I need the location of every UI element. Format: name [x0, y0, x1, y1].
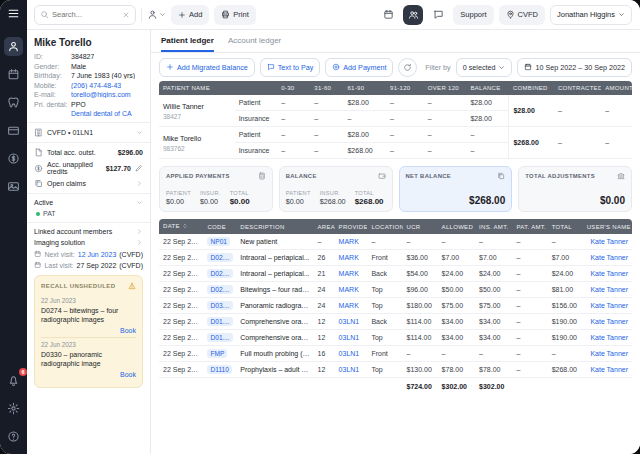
topbar: Add Print Support CVFD Jonathan Higgins	[27, 0, 640, 30]
add-payment-button[interactable]: Add Payment	[325, 58, 393, 77]
calendar-toolbar-button[interactable]	[378, 5, 398, 25]
clear-search-icon[interactable]	[122, 11, 130, 19]
ledger-row[interactable]: 22 Sep 2022 D0274 Bitewings – four radio…	[159, 282, 632, 298]
tab-patient-ledger[interactable]: Patient ledger	[161, 30, 214, 52]
calendar-icon	[34, 250, 41, 258]
print-button[interactable]: Print	[214, 5, 255, 25]
help-icon[interactable]	[4, 427, 23, 446]
location-button[interactable]: CVFD	[499, 5, 545, 25]
ledger-row[interactable]: 22 Sep 2022 FMP Full mouth probing (DO..…	[159, 346, 632, 362]
ledger-row[interactable]: 22 Sep 2022 NP01 New patient – MARK – – …	[159, 234, 632, 250]
procedure-code-chip[interactable]: D0230	[207, 253, 232, 262]
procedure-code-chip[interactable]: NP01	[207, 237, 230, 246]
plus-icon	[166, 63, 174, 71]
col-date[interactable]: DATE	[159, 219, 203, 234]
ledger-row[interactable]: 22 Sep 2022 D0150 Comprehensive oral ev.…	[159, 314, 632, 330]
insurance-plan-link[interactable]: Dental dental of CA	[71, 110, 132, 117]
edit-pencil-icon[interactable]	[135, 164, 143, 172]
procedure-code-chip[interactable]: D0220	[207, 269, 232, 278]
col-pat-amt: PAT. AMT.	[513, 219, 548, 234]
cell-provider[interactable]: 03LN1	[335, 362, 368, 378]
support-button[interactable]: Support	[453, 5, 493, 25]
next-visit-date-link[interactable]: 12 Jun 2023	[78, 251, 117, 258]
cell: $268.00	[343, 143, 386, 159]
mobile-label: Mobile:	[34, 82, 68, 89]
pri-dental-value: PPO	[71, 101, 86, 108]
notifications-bell-icon[interactable]: 6	[4, 371, 23, 390]
tab-account-ledger[interactable]: Account ledger	[228, 30, 281, 52]
insur-col-label: INSUR.	[200, 190, 221, 196]
cell-provider[interactable]: MARK	[335, 298, 368, 314]
cell-provider[interactable]: 03LN1	[335, 330, 368, 346]
patient-selector[interactable]	[147, 9, 166, 20]
app-logo-icon[interactable]	[7, 6, 20, 24]
linked-members-row[interactable]: Linked account members	[34, 228, 143, 235]
ledger-row[interactable]: 22 Sep 2022 D0150 Comprehensive oral ev.…	[159, 330, 632, 346]
cell-user-link[interactable]: Kate Tanner	[583, 314, 632, 330]
cell-provider[interactable]: MARK	[335, 282, 368, 298]
cell-user-link[interactable]: Kate Tanner	[583, 266, 632, 282]
cell-user-link[interactable]: Kate Tanner	[583, 362, 632, 378]
settings-gear-icon[interactable]	[4, 399, 23, 418]
divider	[27, 193, 150, 194]
clinic-row[interactable]: CVFD • 01LN1	[34, 128, 143, 137]
active-section-header[interactable]: Active	[34, 199, 143, 206]
cell-ins-amt: $34.00	[475, 314, 512, 330]
cell-user-link[interactable]: Kate Tanner	[583, 234, 632, 250]
app-window: 6 Add Print	[0, 0, 640, 454]
procedure-code-chip[interactable]: D0274	[207, 285, 232, 294]
add-migrated-balance-button[interactable]: Add Migrated Balance	[159, 58, 255, 77]
open-claims-label: Open claims	[47, 180, 86, 187]
imaging-nav-icon[interactable]	[4, 177, 23, 196]
cell-provider[interactable]: MARK	[335, 250, 368, 266]
procedure-code-chip[interactable]: FMP	[207, 349, 227, 358]
clinical-nav-icon[interactable]	[4, 93, 23, 112]
imaging-solution-row[interactable]: Imaging solution	[34, 239, 143, 246]
ledger-row[interactable]: 22 Sep 2022 D0230 Intraoral – periapical…	[159, 250, 632, 266]
procedure-code-chip[interactable]: D1110	[207, 365, 231, 374]
ledger-row[interactable]: 22 Sep 2022 D0220 Intraoral – periapical…	[159, 266, 632, 282]
ledger-row[interactable]: 22 Sep 2022 D1110 Prophylaxis – adult (D…	[159, 362, 632, 378]
patient-email-link[interactable]: torello@higins.com	[71, 91, 131, 98]
cell-user-link[interactable]: Kate Tanner	[583, 298, 632, 314]
schedule-nav-icon[interactable]	[4, 65, 23, 84]
patient-mobile-link[interactable]: (206) 474-48-43	[71, 82, 121, 89]
cell-user-link[interactable]: Kate Tanner	[583, 330, 632, 346]
procedure-code-chip[interactable]: D0150	[207, 333, 232, 342]
book-link[interactable]: Book	[41, 327, 136, 334]
add-button[interactable]: Add	[171, 5, 209, 25]
search-input[interactable]	[52, 10, 119, 19]
chevron-down-icon	[136, 199, 143, 206]
cell-user-link[interactable]: Kate Tanner	[583, 346, 632, 362]
billing-nav-icon[interactable]	[4, 121, 23, 140]
cell-code: D0220	[203, 266, 236, 282]
cell: –	[310, 143, 343, 159]
cell-user-link[interactable]: Kate Tanner	[583, 250, 632, 266]
patient-birthday: 7 June 1983 (40 yrs)	[71, 72, 135, 79]
cell-provider[interactable]: MARK	[335, 266, 368, 282]
text-to-pay-label: Text to Pay	[278, 63, 314, 72]
chat-toolbar-button[interactable]	[428, 5, 448, 25]
ledger-row[interactable]: 22 Sep 2022 D0330 Panoramic radiograph..…	[159, 298, 632, 314]
user-menu[interactable]: Jonathan Higgins	[550, 5, 632, 25]
cell-code: NP01	[203, 234, 236, 250]
open-claims-row[interactable]: Open claims	[34, 179, 143, 188]
filter-select[interactable]: 0 selected	[456, 58, 513, 77]
procedure-code-chip[interactable]: D0330	[207, 301, 232, 310]
payments-nav-icon[interactable]	[4, 149, 23, 168]
book-link[interactable]: Book	[41, 371, 136, 378]
cell-provider[interactable]: MARK	[335, 234, 368, 250]
next-visit-clinic: (CVFD)	[119, 251, 143, 258]
text-to-pay-button[interactable]: Text to Pay	[260, 58, 321, 77]
search-box[interactable]	[34, 5, 136, 25]
people-toolbar-button[interactable]	[403, 5, 423, 25]
patients-nav-icon[interactable]	[4, 37, 23, 56]
cell-provider[interactable]: 03LN1	[335, 346, 368, 362]
date-range-picker[interactable]: 10 Sep 2022 – 30 Sep 2022	[517, 58, 632, 77]
cell-provider[interactable]: 03LN1	[335, 314, 368, 330]
applied-payments-card: APPLIED PAYMENTS PATIENT$0.00 INSUR.$0.0…	[159, 166, 273, 212]
procedure-code-chip[interactable]: D0150	[207, 317, 232, 326]
cell-user-link[interactable]: Kate Tanner	[583, 282, 632, 298]
aging-patient-name: Willie Tanner	[163, 102, 231, 111]
refresh-button[interactable]	[398, 58, 417, 77]
